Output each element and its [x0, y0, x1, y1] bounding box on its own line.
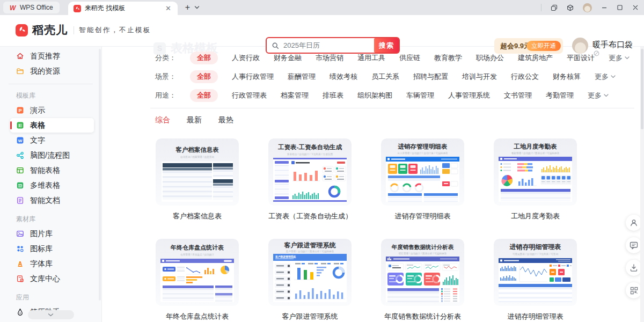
sidebar-item-label: 字体库: [30, 259, 53, 269]
sidebar-item-smart-doc[interactable]: 智能文档: [10, 193, 94, 208]
filter-option[interactable]: 教育教学: [434, 53, 462, 63]
sidebar-item-library-center[interactable]: 文库中心: [10, 272, 94, 286]
sidebar-scrollbar[interactable]: [99, 49, 101, 301]
main-scrollbar[interactable]: [640, 47, 644, 322]
sidebar-item-fonts[interactable]: A 字体库: [10, 257, 94, 271]
template-preview[interactable]: 客户档案信息表 自动查询 / 档案管理 / 信息查询: [156, 138, 239, 206]
template-card[interactable]: 客户档案信息表 自动查询 / 档案管理 / 信息查询: [156, 138, 239, 221]
template-card[interactable]: 年度销售数据统计分析表 销售管理 / 自动统计 / 图表分析 / 可编辑修改: [381, 239, 464, 321]
filter-option[interactable]: 薪酬管理: [288, 72, 316, 82]
labs-cube-icon[interactable]: [567, 4, 574, 11]
filter-more-button[interactable]: 更多: [609, 53, 630, 63]
restore-layout-icon[interactable]: [551, 4, 558, 11]
template-card[interactable]: 进销存管理明细表 出入库管理 / 自动统计 / 自动计算 / 可编辑修改: [381, 138, 464, 221]
template-card[interactable]: 年终仓库盘点统计表 仓库管理 / 库存盘点 / 自动统计: [156, 239, 239, 321]
template-title[interactable]: 年终仓库盘点统计表: [156, 312, 239, 321]
filter-more-button[interactable]: 更多: [595, 72, 616, 82]
filter-option[interactable]: 排班表: [323, 91, 343, 100]
feedback-button[interactable]: [626, 237, 642, 253]
template-title[interactable]: 工资表（工资条自动生成）: [268, 211, 352, 221]
new-tab-button[interactable]: +: [185, 3, 190, 12]
template-preview[interactable]: 进销存管理明细表 出入库管理 / 自动统计 / 自动计算 / 可编辑修改: [381, 138, 464, 206]
tab-close-icon[interactable]: ✕: [164, 4, 172, 13]
filter-option[interactable]: 档案管理: [281, 91, 309, 100]
sidebar-item-home[interactable]: 首页推荐: [10, 49, 94, 63]
download-client-button[interactable]: [626, 260, 642, 276]
sidebar-item-icons[interactable]: 图标库: [10, 241, 94, 256]
template-preview[interactable]: 工地月度考勤表 考勤管理 / 自动统计 / 图表分析 / 可编辑修改: [494, 138, 577, 206]
template-title[interactable]: 客户跟进管理系统: [268, 312, 352, 321]
tab-list-caret-icon[interactable]: [194, 6, 200, 9]
template-title[interactable]: 客户档案信息表: [156, 211, 239, 221]
filter-label: 用途：: [155, 91, 176, 100]
filter-option[interactable]: 车辆管理: [406, 91, 434, 100]
filter-option[interactable]: 全部: [190, 70, 218, 83]
template-title[interactable]: 工地月度考勤表: [494, 211, 577, 221]
filter-option[interactable]: 职场办公: [476, 53, 504, 63]
sidebar-item-mindmap[interactable]: 脑图/流程图: [10, 148, 94, 163]
filter-option[interactable]: 财务金融: [274, 53, 302, 63]
template-title[interactable]: 进销存管理明细表: [381, 211, 464, 221]
filter-option[interactable]: 绩效考核: [330, 72, 357, 82]
filter-option[interactable]: 全部: [190, 89, 218, 102]
sidebar-item-presentation[interactable]: P 演示: [10, 103, 94, 118]
filter-option[interactable]: 供应链: [399, 53, 420, 63]
filter-option[interactable]: 组织架构图: [357, 91, 392, 100]
template-preview[interactable]: 进销存明细管理表 可视化图表 / 自动统计 / 下拉列表 / 可查询: [494, 239, 577, 306]
multidim-sheet-icon: [16, 181, 24, 189]
docer-tab[interactable]: 来稻壳 找模板 ✕: [68, 2, 178, 15]
sidebar-item-images[interactable]: 图片库: [10, 226, 94, 241]
filter-option[interactable]: 通用工具: [357, 53, 385, 63]
filter-row-scene: 场景： 全部 人事行政管理 薪酬管理 绩效考核 员工关系 招聘与配置 培训与开发…: [102, 67, 644, 86]
qr-code-button[interactable]: [626, 282, 642, 298]
account-avatar-small[interactable]: [583, 3, 592, 12]
svg-text:可视化图表 / 自动统计 / 下拉列表 / 可查询: 可视化图表 / 自动统计 / 下拉列表 / 可查询: [513, 252, 558, 256]
docer-logo[interactable]: 稻壳儿 智能创作，不止模板: [16, 23, 151, 38]
close-icon[interactable]: [632, 4, 639, 11]
filter-option[interactable]: 财务核算: [553, 72, 581, 82]
sidebar-item-smart-sheet[interactable]: 智能表格: [10, 163, 94, 178]
filter-option[interactable]: 行政公文: [511, 72, 539, 82]
template-preview[interactable]: 客户跟进管理系统 客户管理 / 自动统计 / 图表分析 / 可编辑修改 客户跟进…: [268, 239, 352, 306]
maximize-icon[interactable]: [617, 4, 623, 11]
sidebar-item-writer[interactable]: W 文字: [10, 133, 94, 148]
filter-option[interactable]: 建筑房地产: [518, 53, 553, 63]
main-scrollbar-thumb[interactable]: [641, 49, 643, 129]
filter-option[interactable]: 行政管理表: [232, 91, 267, 100]
filter-option[interactable]: 平面设计: [567, 53, 595, 63]
svg-text:销售管理 / 自动统计 / 图表分析 / 可编辑修改: 销售管理 / 自动统计 / 图表分析 / 可编辑修改: [399, 252, 447, 255]
filter-option[interactable]: 培训与开发: [462, 72, 497, 82]
template-preview[interactable]: 年度销售数据统计分析表 销售管理 / 自动统计 / 图表分析 / 可编辑修改: [381, 239, 464, 306]
filter-option[interactable]: 市场营销: [316, 53, 343, 63]
template-preview[interactable]: 工资表-工资条自动生成 套表组合 / 自动统计 / 下拉列表 / 方便实用: [268, 138, 352, 206]
filter-option[interactable]: 全部: [190, 52, 218, 64]
template-title[interactable]: 进销存明细管理表: [494, 312, 577, 321]
filter-more-button[interactable]: 更多: [588, 91, 609, 100]
customer-service-button[interactable]: [626, 215, 642, 231]
filter-option[interactable]: 人资行政: [232, 53, 260, 63]
sort-tab-comprehensive[interactable]: 综合: [155, 115, 170, 125]
template-card[interactable]: 工资表-工资条自动生成 套表组合 / 自动统计 / 下拉列表 / 方便实用: [268, 138, 352, 221]
template-preview[interactable]: 年终仓库盘点统计表 仓库管理 / 库存盘点 / 自动统计: [156, 239, 239, 306]
filter-option[interactable]: 招聘与配置: [413, 72, 448, 82]
template-grid: 客户档案信息表 自动查询 / 档案管理 / 信息查询: [156, 138, 577, 321]
sort-tabs: 综合 最新 最热: [155, 115, 644, 125]
sidebar-item-my-resources[interactable]: 我的资源: [10, 64, 94, 78]
filter-option[interactable]: 人事行政管理: [232, 72, 274, 82]
sort-tab-hottest[interactable]: 最热: [218, 115, 233, 125]
filter-option[interactable]: 人事管理系统: [448, 91, 490, 100]
template-card[interactable]: 工地月度考勤表 考勤管理 / 自动统计 / 图表分析 / 可编辑修改: [494, 138, 577, 221]
template-card[interactable]: 进销存明细管理表 可视化图表 / 自动统计 / 下拉列表 / 可查询: [494, 239, 577, 321]
filter-option[interactable]: 员工关系: [371, 72, 399, 82]
docer-logo-icon: [16, 24, 28, 36]
sidebar-collapse-button[interactable]: [28, 310, 74, 319]
minimize-icon[interactable]: [601, 4, 608, 11]
template-title[interactable]: 年度销售数据统计分析表: [381, 312, 464, 321]
sidebar-item-multidim-sheet[interactable]: 多维表格: [10, 178, 94, 193]
sort-tab-newest[interactable]: 最新: [187, 115, 202, 125]
sidebar-item-spreadsheet[interactable]: 表格: [10, 118, 94, 133]
filter-option[interactable]: 文书管理: [504, 91, 532, 100]
filter-option[interactable]: 考勤管理: [546, 91, 574, 100]
template-card[interactable]: 客户跟进管理系统 客户管理 / 自动统计 / 图表分析 / 可编辑修改 客户跟进…: [268, 239, 352, 321]
wps-home-tab[interactable]: W WPS Office: [3, 2, 60, 13]
